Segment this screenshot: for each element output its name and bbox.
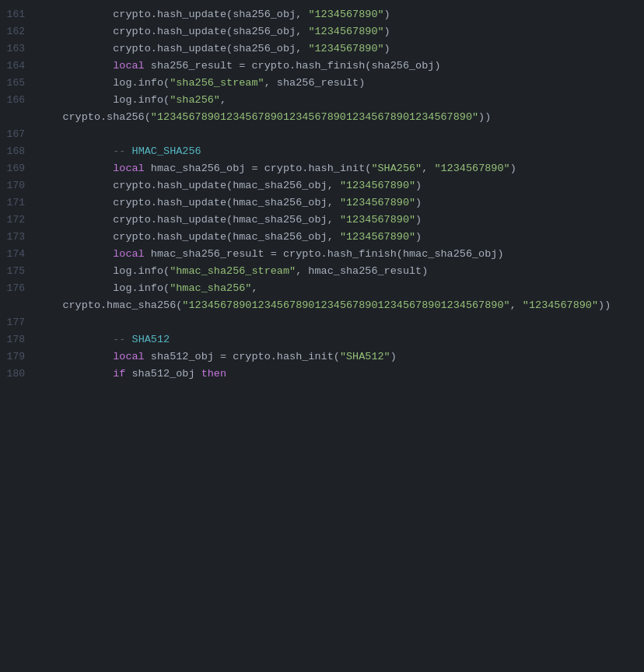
code-line: 168 -- HMAC_SHA256 — [0, 143, 644, 160]
plain-token: sha512_obj = — [145, 351, 233, 362]
plain-token: .hash_init( — [302, 163, 371, 174]
plain-token: ) — [384, 43, 390, 54]
keyword-token: if — [113, 368, 125, 380]
code-line: crypto.sha256("1234567890123456789012345… — [0, 109, 644, 126]
keyword-token: local — [113, 163, 145, 174]
plain-token: sha256_result = — [145, 60, 252, 72]
indent — [37, 111, 62, 123]
plain-token: ) — [390, 351, 397, 362]
plain-token: , — [220, 94, 226, 106]
line-content: crypto.hmac_sha256("12345678901234567890… — [37, 297, 644, 314]
line-number: 173 — [0, 229, 37, 246]
line-number: 161 — [0, 6, 37, 23]
line-content: crypto.hash_update(hmac_sha256_obj, "123… — [37, 177, 644, 194]
plain-token: .hash_init( — [271, 351, 340, 362]
plain-token: , — [510, 299, 523, 311]
code-line: 174 local hmac_sha256_result = crypto.ha… — [0, 246, 644, 263]
plain-token: .hash_update(sha256_obj, — [151, 26, 309, 37]
indent — [37, 145, 113, 157]
line-content: local sha256_result = crypto.hash_finish… — [37, 58, 644, 75]
line-content: crypto.hash_update(sha256_obj, "12345678… — [37, 6, 644, 23]
plain-token: , sha256_result) — [264, 77, 366, 89]
indent — [37, 214, 113, 226]
line-number: 180 — [0, 366, 37, 383]
code-line: 162 crypto.hash_update(sha256_obj, "1234… — [0, 23, 644, 40]
code-line: 169 local hmac_sha256_obj = crypto.hash_… — [0, 160, 644, 177]
plain-token: .hash_update(hmac_sha256_obj, — [151, 180, 340, 191]
indent — [37, 368, 113, 380]
string-token: "1234567890" — [340, 214, 415, 226]
plain-token: .hash_update(hmac_sha256_obj, — [151, 197, 340, 208]
indent — [37, 197, 113, 208]
plain-token: log.info( — [113, 282, 170, 294]
string-token: "sha256_stream" — [170, 77, 264, 89]
plain-token: )) — [478, 111, 491, 123]
indent — [37, 299, 62, 311]
string-token: "1234567890" — [308, 43, 383, 54]
code-line: 176 log.info("hmac_sha256", — [0, 280, 644, 297]
keyword-token: local — [113, 248, 145, 260]
line-number: 163 — [0, 40, 37, 58]
code-line: 161 crypto.hash_update(sha256_obj, "1234… — [0, 6, 644, 23]
line-number: 162 — [0, 23, 37, 40]
line-number: 170 — [0, 177, 37, 194]
line-content: if sha512_obj then — [37, 366, 644, 383]
indent — [37, 265, 113, 277]
code-line: 173 crypto.hash_update(hmac_sha256_obj, … — [0, 229, 644, 246]
line-number: 175 — [0, 263, 37, 280]
line-content: crypto.sha256("1234567890123456789012345… — [37, 109, 644, 126]
code-line: crypto.hmac_sha256("12345678901234567890… — [0, 297, 644, 314]
plain-token: .hash_finish(hmac_sha256_obj) — [321, 248, 504, 260]
code-line: 180 if sha512_obj then — [0, 366, 644, 383]
indent — [37, 282, 113, 294]
code-line: 177 — [0, 314, 644, 331]
plain-token: crypto — [113, 231, 151, 243]
comment-token: -- — [113, 334, 131, 345]
plain-token: crypto — [264, 163, 303, 174]
code-line: 165 log.info("sha256_stream", sha256_res… — [0, 75, 644, 92]
code-line: 178 -- SHA512 — [0, 331, 644, 348]
keyword-token: local — [113, 351, 145, 362]
comment-keyword-token: SHA512 — [132, 334, 170, 345]
keyword-token: then — [201, 368, 226, 380]
line-content: -- SHA512 — [37, 331, 644, 348]
plain-token: crypto — [113, 26, 151, 37]
plain-token: .hash_update(hmac_sha256_obj, — [151, 231, 340, 243]
string-token: "1234567890" — [340, 231, 415, 243]
string-token: "hmac_sha256_stream" — [170, 265, 296, 277]
indent — [37, 231, 113, 243]
line-content: crypto.hash_update(hmac_sha256_obj, "123… — [37, 194, 644, 212]
plain-token: ) — [384, 26, 390, 37]
line-number: 176 — [0, 280, 37, 297]
indent — [37, 43, 113, 54]
indent — [37, 77, 113, 89]
plain-token: crypto — [62, 299, 100, 311]
line-number: 177 — [0, 314, 37, 331]
string-token: "hmac_sha256" — [170, 282, 251, 294]
plain-token: .hash_update(sha256_obj, — [151, 43, 309, 54]
string-token: "1234567890" — [308, 9, 383, 20]
plain-token: ) — [415, 214, 422, 226]
plain-token: , — [251, 282, 257, 294]
line-content: local sha512_obj = crypto.hash_init("SHA… — [37, 348, 644, 366]
line-number: 174 — [0, 246, 37, 263]
keyword-token: local — [113, 60, 145, 72]
indent — [37, 94, 113, 106]
indent — [37, 9, 113, 20]
plain-token: crypto — [113, 214, 151, 226]
string-token: "123456789012345678901234567890123456789… — [151, 111, 478, 123]
plain-token: crypto — [233, 351, 271, 362]
plain-token: crypto — [251, 60, 289, 72]
string-token: "1234567890" — [340, 180, 415, 191]
plain-token: log.info( — [113, 94, 170, 106]
line-number: 166 — [0, 92, 37, 109]
string-token: "123456789012345678901234567890123456789… — [182, 299, 509, 311]
comment-keyword-token: HMAC_SHA256 — [132, 145, 201, 157]
indent — [37, 351, 113, 362]
code-line: 175 log.info("hmac_sha256_stream", hmac_… — [0, 263, 644, 280]
code-line: 179 local sha512_obj = crypto.hash_init(… — [0, 348, 644, 366]
line-content: log.info("sha256_stream", sha256_result) — [37, 75, 644, 92]
line-number: 172 — [0, 212, 37, 229]
plain-token: ) — [415, 231, 422, 243]
plain-token: ) — [415, 180, 422, 191]
